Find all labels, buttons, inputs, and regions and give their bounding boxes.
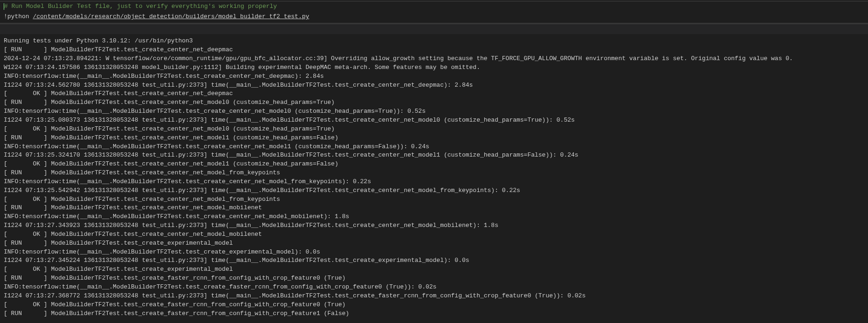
output-line: [ RUN ] ModelBuilderTF2Test.test_create_… <box>4 309 864 318</box>
comment-hash: # <box>4 3 8 10</box>
output-area[interactable]: Running tests under Python 3.10.12: /usr… <box>0 34 868 320</box>
output-line: [ RUN ] ModelBuilderTF2Test.test_create_… <box>4 169 864 178</box>
output-line: [ OK ] ModelBuilderTF2Test.test_create_e… <box>4 265 864 274</box>
cell-toolbar-bottom <box>0 24 868 34</box>
script-path: /content/models/research/object_detectio… <box>33 13 309 20</box>
output-line: I1224 07:13:27.343923 136131328053248 te… <box>4 221 864 230</box>
output-line: INFO:tensorflow:time(__main__.ModelBuild… <box>4 283 864 292</box>
output-line: INFO:tensorflow:time(__main__.ModelBuild… <box>4 213 864 221</box>
comment-text: Run Model Bulider Test file, just to ver… <box>8 3 277 10</box>
output-line: I1224 07:13:24.562780 136131328053248 te… <box>4 81 864 90</box>
output-line: I1224 07:13:25.324170 136131328053248 te… <box>4 151 864 160</box>
output-line: INFO:tensorflow:time(__main__.ModelBuild… <box>4 248 864 257</box>
python-bang: !python <box>4 13 33 20</box>
output-line: [ RUN ] ModelBuilderTF2Test.test_create_… <box>4 134 864 143</box>
code-line-2[interactable]: !python /content/models/research/object_… <box>0 12 868 22</box>
output-line: [ OK ] ModelBuilderTF2Test.test_create_c… <box>4 160 864 169</box>
output-line: INFO:tensorflow:time(__main__.ModelBuild… <box>4 143 864 151</box>
output-line: [ OK ] ModelBuilderTF2Test.test_create_c… <box>4 89 864 98</box>
output-line: [ OK ] ModelBuilderTF2Test.test_create_c… <box>4 125 864 134</box>
output-line: INFO:tensorflow:time(__main__.ModelBuild… <box>4 178 864 186</box>
output-line: [ RUN ] ModelBuilderTF2Test.test_create_… <box>4 46 864 55</box>
output-line: W1224 07:13:24.157586 136131328053248 mo… <box>4 63 864 72</box>
output-line: [ RUN ] ModelBuilderTF2Test.test_create_… <box>4 239 864 248</box>
output-line: [ OK ] ModelBuilderTF2Test.test_create_c… <box>4 230 864 239</box>
output-line: I1224 07:13:25.080373 136131328053248 te… <box>4 116 864 125</box>
output-line: [ RUN ] ModelBuilderTF2Test.test_create_… <box>4 204 864 213</box>
output-line: INFO:tensorflow:time(__main__.ModelBuild… <box>4 72 864 81</box>
output-line: Running tests under Python 3.10.12: /usr… <box>4 37 864 46</box>
output-line: I1224 07:13:27.368772 136131328053248 te… <box>4 292 864 301</box>
output-line: I1224 07:13:25.542942 136131328053248 te… <box>4 186 864 195</box>
code-cell[interactable]: # Run Model Bulider Test file, just to v… <box>0 1 868 24</box>
output-line: [ RUN ] ModelBuilderTF2Test.test_create_… <box>4 274 864 283</box>
notebook-cell: # Run Model Bulider Test file, just to v… <box>0 0 868 320</box>
code-separator <box>0 23 868 23</box>
output-line: [ OK ] ModelBuilderTF2Test.test_create_c… <box>4 195 864 204</box>
output-line: 2024-12-24 07:13:23.894221: W tensorflow… <box>4 55 864 63</box>
output-line: [ OK ] ModelBuilderTF2Test.test_create_f… <box>4 301 864 309</box>
output-line: I1224 07:13:27.345224 136131328053248 te… <box>4 256 864 265</box>
code-line-1[interactable]: # Run Model Bulider Test file, just to v… <box>0 1 868 12</box>
output-line: [ RUN ] ModelBuilderTF2Test.test_create_… <box>4 98 864 107</box>
output-line: INFO:tensorflow:time(__main__.ModelBuild… <box>4 107 864 116</box>
